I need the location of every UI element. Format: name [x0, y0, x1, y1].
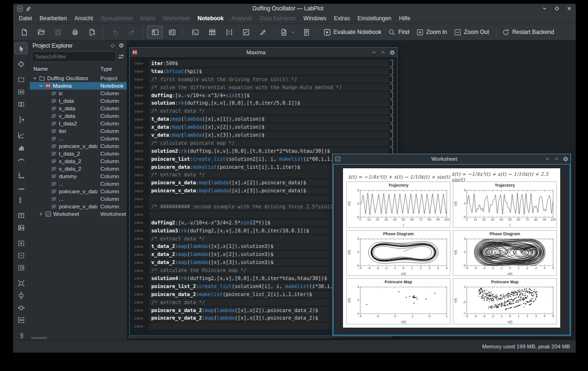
zoom-out-area-icon[interactable] [15, 249, 28, 261]
find-button[interactable]: Find [386, 25, 413, 39]
close-dock-icon[interactable] [119, 43, 124, 48]
menu-notebook[interactable]: Notebook [194, 14, 227, 24]
maximize-button[interactable] [554, 6, 560, 11]
zoom-original-icon[interactable] [15, 262, 28, 273]
zoom-y-select-icon[interactable] [15, 98, 28, 110]
xy-curve-icon[interactable] [15, 129, 28, 141]
cell-bracket-icon[interactable] [390, 100, 393, 107]
axis-both-icon[interactable] [15, 169, 28, 181]
new-notebook-button[interactable] [187, 25, 203, 39]
command-entry[interactable]: t_data:map(lambda([x],x[1]),solution)$ [149, 115, 389, 123]
cell-bracket-icon[interactable] [390, 116, 393, 123]
plot-area[interactable]: 0102030405060708090100-505tx(t) [347, 189, 450, 227]
command-entry[interactable]: duffing:[v,-v/10+x-x^3/4+sin(t)]$ [149, 92, 389, 99]
zoom-out-button[interactable]: Zoom Out [452, 25, 493, 39]
new-note-button[interactable] [298, 25, 314, 39]
menu-bearbeiten[interactable]: Bearbeiten [36, 14, 71, 24]
filter-options-icon[interactable] [118, 53, 124, 60]
zoom-in-area-icon[interactable] [15, 237, 28, 249]
cell-bracket-icon[interactable] [390, 92, 393, 99]
subwindow-restore-icon[interactable] [381, 50, 385, 55]
command-entry[interactable]: v_data:map(lambda([x],x[3]),solution)$ [149, 132, 389, 139]
color-theme-button[interactable] [255, 25, 271, 39]
plot-area[interactable]: -5-4-3-2-1012345-505x(t)v(t) [453, 238, 556, 276]
tree-item-v_data[interactable]: v_dataColumn [30, 112, 127, 120]
cell-bracket-icon[interactable] [390, 68, 393, 74]
cell-bracket-icon[interactable] [390, 140, 393, 146]
tree-column-headers[interactable]: Name Type [30, 64, 127, 74]
search-input[interactable] [32, 51, 116, 62]
tree-item-x_data[interactable]: x_dataColumn [30, 105, 127, 112]
restart-button[interactable]: Restart Backend [500, 25, 558, 39]
evaluate-button[interactable]: Evaluate Notebook [321, 25, 385, 39]
menu-windows[interactable]: Windows [300, 14, 330, 24]
tree-item-[interactable]: ...Column [30, 135, 127, 142]
float-dock-icon[interactable] [110, 43, 115, 48]
menu-extras[interactable]: Extras [330, 14, 354, 24]
tree-item-ic[interactable]: icColumn [30, 90, 127, 97]
toggle-properties-dock-button[interactable] [164, 25, 180, 39]
menu-ansicht[interactable]: Ansicht [71, 14, 97, 24]
axis-vertical-icon[interactable] [15, 194, 28, 206]
expander-icon[interactable] [39, 212, 43, 216]
plot-poincare-map-2[interactable]: Poincare Map -5-4-3-2-10123452-3-7x(t)v(… [453, 278, 557, 324]
scrollbar-thumb[interactable] [31, 337, 47, 339]
command-entry[interactable]: x_data:map(lambda([x],x[2]),solution)$ [149, 124, 389, 131]
tree-item-worksheet[interactable]: WorksheetWorksheet [30, 210, 127, 218]
tree-item-dummy[interactable]: dummyColumn [30, 173, 127, 180]
new-file-button[interactable] [16, 25, 32, 39]
plot-area[interactable]: -4-3-2-101024x(t)v(t) [347, 286, 450, 324]
zoom-in-button[interactable]: Zoom In [414, 25, 451, 39]
worksheet-titlebar[interactable]: Worksheet [333, 154, 571, 164]
command-entry[interactable]: /* extract data */ [149, 107, 389, 115]
minimize-button[interactable] [542, 6, 547, 11]
tree-item-maxima[interactable]: MaximaNotebook [30, 82, 127, 90]
command-entry[interactable]: iter:500$ [149, 60, 389, 67]
tree-item-poincare_v_data[interactable]: poincare_v_dataColumn [30, 188, 127, 195]
fit-page-icon[interactable] [15, 314, 28, 326]
plot-poincare-map-1[interactable]: Poincare Map -4-3-2-101024x(t)v(t) [346, 278, 450, 324]
fit-selection-icon[interactable] [15, 277, 28, 289]
equation-label[interactable]: ẍ(t) = −1/4x³(t) + x(t) − 1/10ẋ(t) + 2.5… [452, 172, 557, 181]
subwindow-close-icon[interactable] [563, 157, 568, 162]
menu-hilfe[interactable]: Hilfe [395, 14, 414, 24]
command-entry[interactable]: /* first example with the driving force … [149, 76, 389, 83]
new-matrix-button[interactable] [221, 25, 237, 39]
new-script-button[interactable] [278, 25, 297, 39]
undo-button[interactable] [107, 25, 123, 39]
worksheet-canvas[interactable]: ẍ(t) = −1/4x³(t) + x(t) − 1/10ẋ(t) + sin… [343, 168, 560, 328]
tree-item-[interactable]: ...Column [30, 180, 127, 188]
command-entry[interactable]: /* calculate poincare map */ [149, 140, 389, 147]
arrow-cursor-icon[interactable] [15, 42, 28, 54]
tree-item-poincare_v_data2[interactable]: poincare_v_data2Column [30, 142, 127, 150]
subwindow-close-icon[interactable] [390, 50, 395, 55]
subwindow-restore-icon[interactable] [554, 157, 559, 161]
maxima-titlebar[interactable]: Maxima [130, 48, 397, 57]
close-button[interactable] [566, 6, 572, 11]
fit-width-icon[interactable] [15, 302, 28, 313]
cell-bracket-icon[interactable] [390, 60, 393, 66]
cell-bracket-icon[interactable] [390, 76, 393, 82]
tree-item-poincare_v_data_2[interactable]: poincare_v_data_2Column [30, 203, 127, 210]
fit-height-icon[interactable] [15, 289, 28, 301]
image-icon[interactable] [15, 222, 28, 233]
plot-phase-diagram-1[interactable]: Phase Diagram -5-4-3-2-1012345-505x(t)v(… [346, 230, 450, 276]
curve-symbols-icon[interactable] [15, 154, 28, 165]
project-explorer-header[interactable]: Project Explorer [30, 41, 127, 50]
pin-icon[interactable] [26, 6, 31, 11]
menu-einstellungen[interactable]: Einstellungen [354, 14, 395, 24]
expander-icon[interactable] [33, 76, 37, 80]
plot-trajectory-2[interactable]: Trajectory 0102030405060708090100-505tx(… [453, 181, 557, 228]
plot-area[interactable]: -5-4-3-2-10123452-3-7x(t)v(t) [453, 286, 556, 324]
save-button[interactable] [50, 25, 66, 39]
column-header-type[interactable]: Type [98, 66, 127, 72]
equation-label[interactable]: ẍ(t) = −1/4x³(t) + x(t) − 1/10ẋ(t) + sin… [346, 172, 452, 181]
tree-item-duffingoscillator[interactable]: Duffing OscillatorProject [30, 74, 127, 82]
axis-horizontal-icon[interactable] [15, 181, 28, 193]
tree-item-iter[interactable]: iterColumn [30, 127, 127, 135]
new-worksheet-button[interactable] [238, 25, 254, 39]
redo-button[interactable] [124, 25, 140, 39]
cell-bracket-icon[interactable] [390, 124, 393, 131]
cell-bracket-icon[interactable] [390, 108, 393, 115]
histogram-icon[interactable] [15, 141, 28, 153]
